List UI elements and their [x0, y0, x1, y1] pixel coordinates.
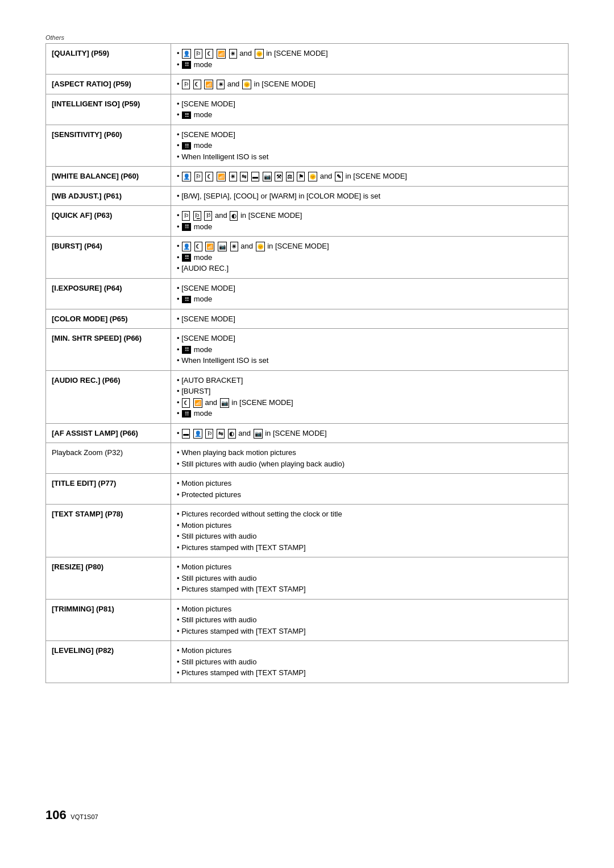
icon-wb8: 📷 [263, 172, 272, 181]
left-cell: [TRIMMING] (P81) [46, 599, 171, 641]
right-cell: • Motion pictures • Still pictures with … [171, 557, 569, 600]
table-row: [RESIZE] (P80) • Motion pictures • Still… [46, 557, 569, 600]
icon-af4: ⇋ [217, 429, 225, 439]
left-cell: [MIN. SHTR SPEED] (P66) [46, 329, 171, 371]
icon-grid7: ☷ [182, 346, 191, 353]
table-row: [BURST] (P64) • 👤 ☾ 📶 📷 ☀ and 🌞 in [SCEN… [46, 237, 569, 279]
right-cell: • ▬ 👤 ⚐ ⇋ ◐ and 📷 in [SCENE MODE] [171, 423, 569, 443]
left-cell: [LEVELING] (P82) [46, 641, 171, 683]
icon-wb7: ▬ [251, 172, 259, 181]
icon-wb3: ☾ [205, 172, 213, 181]
table-row: [I.EXPOSURE] (P64) • [SCENE MODE] • ☷ mo… [46, 278, 569, 309]
icon-wb11: ⚑ [297, 172, 305, 181]
right-cell: • 👤 ☾ 📶 📷 ☀ and 🌞 in [SCENE MODE] • ☷ mo… [171, 237, 569, 279]
right-cell: • ⚐ ⚐̲ ⚐̇ and ◐ in [SCENE MODE] • ☷ mode [171, 206, 569, 237]
icon-night2: 📶 [217, 49, 226, 59]
table-row: [WB ADJUST.] (P61) • [B/W], [SEPIA], [CO… [46, 186, 569, 206]
icon-grid6: ☷ [182, 296, 191, 303]
table-row: [TEXT STAMP] (P78) • Pictures recorded w… [46, 505, 569, 557]
left-cell: [I.EXPOSURE] (P64) [46, 278, 171, 309]
icon-af6: 📷 [254, 429, 263, 439]
table-row: [TITLE EDIT] (P77) • Motion pictures • P… [46, 474, 569, 505]
icon-grid4: ☷ [182, 223, 191, 230]
right-cell: • Motion pictures • Still pictures with … [171, 599, 569, 641]
icon-scene5: ☀ [229, 49, 237, 59]
left-cell: [ASPECT RATIO] (P59) [46, 75, 171, 94]
right-cell: • ⚐ ☾ 📶 ☀ and 🌞 in [SCENE MODE] [171, 75, 569, 94]
left-cell: [AUDIO REC.] (P66) [46, 370, 171, 423]
icon-wb5: ☀ [229, 172, 237, 181]
icon-grid2: ☷ [182, 111, 191, 119]
left-cell: [WB ADJUST.] (P61) [46, 186, 171, 206]
icon-af5: ◐ [228, 429, 236, 439]
icon-wb12: 🌞 [308, 172, 317, 181]
icon-qaf1: ⚐ [182, 211, 190, 221]
right-cell: • [B/W], [SEPIA], [COOL] or [WARM] in [C… [171, 186, 569, 206]
table-row: [MIN. SHTR SPEED] (P66) • [SCENE MODE] •… [46, 329, 569, 371]
icon-sports: ⚐ [194, 49, 202, 59]
icon-scene9: 🌞 [242, 80, 251, 89]
icon-qaf4: ◐ [230, 211, 238, 221]
section-label: Others [45, 34, 569, 41]
right-cell: • When playing back motion pictures • St… [171, 443, 569, 474]
table-row: Playback Zoom (P32) • When playing back … [46, 443, 569, 474]
page-container: Others [QUALITY] (P59) • 👤 ⚐ ☾ 📶 ☀ and 🌞… [0, 0, 614, 868]
right-cell: • [SCENE MODE] • ☷ mode [171, 278, 569, 309]
icon-wb6: ⇋ [240, 172, 248, 181]
table-row: [AUDIO REC.] (P66) • [AUTO BRACKET] • [B… [46, 370, 569, 423]
table-row: [AF ASSIST LAMP] (P66) • ▬ 👤 ⚐ ⇋ ◐ and 📷… [46, 423, 569, 443]
right-cell: • [SCENE MODE] [171, 309, 569, 329]
icon-ar3: 📷 [220, 398, 229, 408]
left-cell: [AF ASSIST LAMP] (P66) [46, 423, 171, 443]
table-row: [LEVELING] (P82) • Motion pictures • Sti… [46, 641, 569, 683]
page-code: VQT1S07 [70, 813, 98, 820]
table-row: [INTELLIGENT ISO] (P59) • [SCENE MODE] •… [46, 94, 569, 125]
table-row: [QUALITY] (P59) • 👤 ⚐ ☾ 📶 ☀ and 🌞 in [SC… [46, 44, 569, 75]
icon-night: ☾ [205, 49, 213, 59]
left-cell: [QUALITY] (P59) [46, 44, 171, 75]
table-row: [QUICK AF] (P63) • ⚐ ⚐̲ ⚐̇ and ◐ in [SCE… [46, 206, 569, 237]
left-cell: [BURST] (P64) [46, 237, 171, 279]
left-cell: [TEXT STAMP] (P78) [46, 505, 171, 557]
icon-af3: ⚐ [205, 429, 213, 439]
left-cell: [SENSITIVITY] (P60) [46, 125, 171, 167]
table-row: [COLOR MODE] (P65) • [SCENE MODE] [46, 309, 569, 329]
icon-qaf3: ⚐̇ [204, 211, 212, 221]
icon-scene6: 🌞 [255, 49, 264, 59]
icon-portrait: 👤 [182, 49, 191, 59]
icon-ar1: ☾ [182, 398, 190, 408]
icon-burst1: 👤 [182, 242, 191, 251]
left-cell: Playback Zoom (P32) [46, 443, 171, 474]
icon-burst2: ☾ [194, 242, 202, 251]
icon-grid: ☷ [182, 61, 191, 68]
icon-burst5: ☀ [230, 242, 238, 251]
icon-night4: 📶 [204, 80, 213, 89]
icon-wb1: 👤 [182, 172, 191, 181]
icon-burst3: 📶 [205, 242, 214, 251]
icon-burst6: 🌞 [256, 242, 265, 251]
table-row: [TRIMMING] (P81) • Motion pictures • Sti… [46, 599, 569, 641]
icon-af1: ▬ [182, 429, 190, 439]
right-cell: • Motion pictures • Protected pictures [171, 474, 569, 505]
right-cell: • [AUTO BRACKET] • [BURST] • ☾ 📶 and 📷 i… [171, 370, 569, 423]
left-cell: [INTELLIGENT ISO] (P59) [46, 94, 171, 125]
left-cell: [TITLE EDIT] (P77) [46, 474, 171, 505]
main-table: [QUALITY] (P59) • 👤 ⚐ ☾ 📶 ☀ and 🌞 in [SC… [45, 43, 569, 683]
table-row: [ASPECT RATIO] (P59) • ⚐ ☾ 📶 ☀ and 🌞 in … [46, 75, 569, 94]
icon-af2: 👤 [193, 429, 202, 439]
icon-grid5: ☷ [182, 254, 191, 261]
icon-manual: ✎ [335, 172, 343, 181]
table-row: [WHITE BALANCE] (P60) • 👤 ⚐ ☾ 📶 ☀ ⇋ ▬ 📷 … [46, 167, 569, 187]
page-footer: 106 VQT1S07 [45, 808, 98, 822]
left-cell: [COLOR MODE] (P65) [46, 309, 171, 329]
left-cell: [QUICK AF] (P63) [46, 206, 171, 237]
right-cell: • Pictures recorded without setting the … [171, 505, 569, 557]
page-number: 106 [45, 808, 67, 822]
right-cell: • Motion pictures • Still pictures with … [171, 641, 569, 683]
right-cell: • [SCENE MODE] • ☷ mode [171, 94, 569, 125]
right-cell: • [SCENE MODE] • ☷ mode • When Intellige… [171, 329, 569, 371]
right-cell: • 👤 ⚐ ☾ 📶 ☀ and 🌞 in [SCENE MODE] • ☷ mo… [171, 44, 569, 75]
icon-wb4: 📶 [217, 172, 226, 181]
table-row: [SENSITIVITY] (P60) • [SCENE MODE] • ☷ m… [46, 125, 569, 167]
icon-wb10: ⚖ [286, 172, 294, 181]
